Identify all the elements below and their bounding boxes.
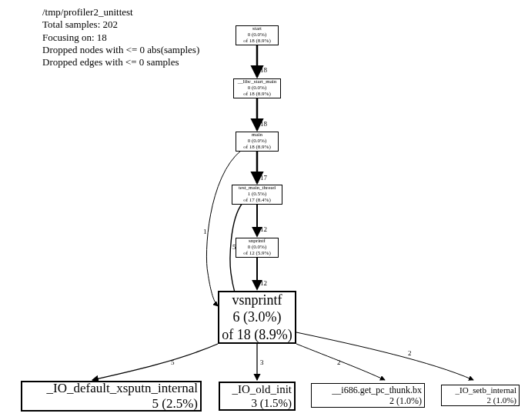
node-self: 2 (1.0%) — [487, 395, 517, 405]
edge-label: 1 — [203, 228, 207, 235]
node-main: main 0 (0.0%) of 18 (8.9%) — [236, 132, 279, 152]
node-cum: of 18 (8.9%) — [243, 145, 271, 151]
node-io-setb-internal: _IO_setb_internal 2 (1.0%) — [441, 385, 520, 406]
header-total-samples: Total samples: 202 — [42, 18, 199, 31]
node-self: 6 (3.0%) — [233, 308, 282, 326]
edge-label: 18 — [260, 120, 267, 128]
node-name: __i686.get_pc_thunk.bx — [332, 385, 422, 395]
header-path: /tmp/profiler2_unittest — [42, 6, 199, 18]
node-name: _IO_old_init — [232, 382, 292, 396]
edge-label: 3 — [260, 358, 264, 366]
node-i686-get-pc-thunk: __i686.get_pc_thunk.bx 2 (1.0%) — [311, 383, 425, 408]
edge-label: 12 — [260, 225, 267, 233]
node-name: vsnprintf — [232, 292, 282, 309]
node-io-default-xsputn-internal: _IO_default_xsputn_internal 5 (2.5%) — [21, 381, 202, 412]
node-vsnprintf: vsnprintf 6 (3.0%) of 18 (8.9%) — [218, 291, 296, 344]
node-cum: of 18 (8.9%) — [222, 326, 292, 344]
node-cum: of 12 (5.9%) — [243, 251, 271, 257]
edge-label: 5 — [171, 358, 175, 366]
node-start: start 0 (0.0%) of 18 (8.9%) — [236, 25, 279, 45]
node-snprintf: snprintf 0 (0.0%) of 12 (5.9%) — [236, 238, 279, 258]
edge-label: 18 — [260, 66, 267, 74]
edge-label: 17 — [260, 174, 267, 182]
profile-header: /tmp/profiler2_unittest Total samples: 2… — [42, 6, 199, 68]
edge-label: 12 — [260, 279, 267, 287]
header-dropped-nodes: Dropped nodes with <= 0 abs(samples) — [42, 44, 199, 56]
node-cum: of 18 (8.9%) — [243, 92, 271, 98]
node-name: _IO_default_xsputn_internal — [47, 381, 198, 396]
node-self: 3 (1.5%) — [252, 396, 292, 410]
node-libc-start-main: __libc_start_main 0 (0.0%) of 18 (8.9%) — [233, 78, 281, 98]
node-name: _IO_setb_internal — [456, 385, 516, 395]
edge-label: 2 — [408, 349, 412, 357]
edge-label: 2 — [337, 358, 341, 366]
node-io-old-init: _IO_old_init 3 (1.5%) — [219, 382, 296, 411]
node-self: 5 (2.5%) — [152, 396, 198, 412]
header-dropped-edges: Dropped edges with <= 0 samples — [42, 56, 199, 68]
node-self: 2 (1.0%) — [389, 395, 422, 406]
node-cum: of 18 (8.9%) — [243, 38, 271, 45]
node-cum: of 17 (8.4%) — [243, 198, 271, 204]
node-test-main-thread: test_main_thread 1 (0.5%) of 17 (8.4%) — [232, 185, 282, 205]
header-focusing: Focusing on: 18 — [42, 32, 199, 44]
